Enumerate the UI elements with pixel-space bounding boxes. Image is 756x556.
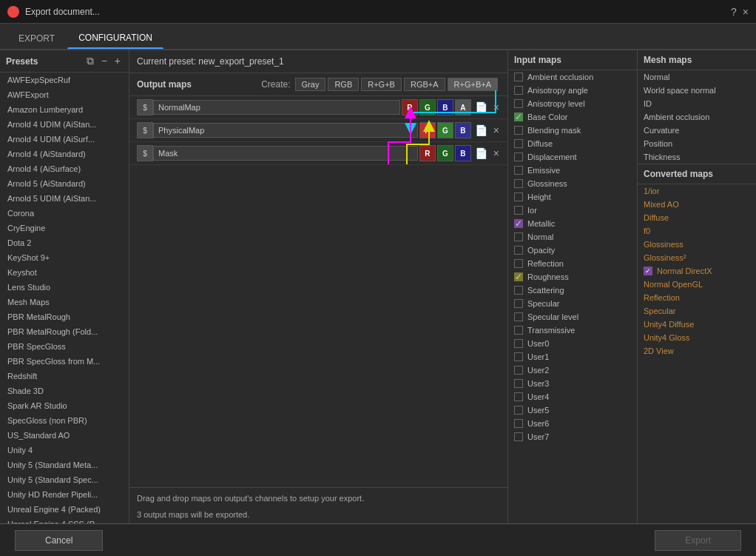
duplicate-preset-button[interactable]: ⧉: [84, 55, 96, 67]
add-preset-button[interactable]: +: [112, 55, 123, 67]
preset-item[interactable]: Amazon Lumberyard: [0, 102, 129, 117]
input-map-checkbox[interactable]: [514, 312, 523, 321]
create-rgb-button[interactable]: RGB: [328, 78, 359, 91]
preset-item[interactable]: PBR SpecGloss from M...: [0, 354, 129, 369]
preset-item[interactable]: Unity 5 (Standard Spec...: [0, 472, 129, 487]
mask-dollar-button[interactable]: $: [137, 145, 153, 161]
preset-item[interactable]: Unity HD Render Pipeli...: [0, 487, 129, 502]
mask-r-channel[interactable]: R: [419, 145, 436, 161]
input-map-checkbox[interactable]: [514, 379, 523, 388]
input-map-checkbox[interactable]: [514, 299, 523, 308]
converted-map-item[interactable]: Unity4 Diffuse: [638, 318, 756, 331]
create-gray-button[interactable]: Gray: [295, 78, 326, 91]
input-map-checkbox[interactable]: [514, 179, 523, 188]
input-map-item[interactable]: User2: [508, 364, 637, 377]
preset-item[interactable]: AWFExpSpecRuf: [0, 73, 129, 87]
input-map-checkbox[interactable]: [514, 366, 523, 375]
input-map-checkbox[interactable]: [514, 246, 523, 255]
input-map-item[interactable]: ✓Roughness: [508, 270, 637, 284]
mesh-map-item[interactable]: Ambient occlusion: [638, 110, 756, 124]
input-map-checkbox[interactable]: ✓: [514, 219, 523, 228]
mask-close-button[interactable]: ×: [491, 147, 502, 159]
preset-item[interactable]: Arnold 4 UDIM (AiSurf...: [0, 132, 129, 147]
normalmap-b-channel[interactable]: B: [437, 99, 453, 115]
input-map-item[interactable]: Ambient occlusion: [508, 70, 637, 84]
mesh-map-item[interactable]: World space normal: [638, 84, 756, 97]
input-map-checkbox[interactable]: [514, 392, 523, 401]
converted-map-item[interactable]: Specular: [638, 304, 756, 318]
input-map-checkbox[interactable]: [514, 206, 523, 215]
preset-item[interactable]: Lens Studio: [0, 280, 129, 295]
input-map-item[interactable]: Specular: [508, 297, 637, 310]
create-rgb-a-button[interactable]: RGB+A: [404, 78, 445, 91]
cancel-button[interactable]: Cancel: [15, 530, 103, 551]
mesh-map-item[interactable]: ID: [638, 97, 756, 110]
input-map-checkbox[interactable]: [514, 166, 523, 175]
input-map-checkbox[interactable]: [514, 153, 523, 161]
input-map-item[interactable]: Reflection: [508, 257, 637, 270]
input-map-item[interactable]: Emissive: [508, 164, 637, 177]
preset-item[interactable]: SpecGloss (non PBR): [0, 413, 129, 428]
input-map-item[interactable]: Transmissive: [508, 324, 637, 337]
physicalmap-g-channel[interactable]: G: [437, 122, 453, 138]
preset-item[interactable]: AWFExport: [0, 87, 129, 102]
preset-item[interactable]: Shade 3D: [0, 383, 129, 398]
input-map-checkbox[interactable]: [514, 352, 523, 361]
normalmap-a-channel[interactable]: A: [455, 99, 471, 115]
input-map-checkbox[interactable]: ✓: [514, 272, 523, 281]
input-map-checkbox[interactable]: [514, 259, 523, 268]
input-map-checkbox[interactable]: [514, 432, 523, 441]
input-map-item[interactable]: ✓Metallic: [508, 217, 637, 230]
input-map-checkbox[interactable]: [514, 73, 523, 81]
input-map-item[interactable]: Ior: [508, 204, 637, 217]
preset-item[interactable]: Keyshot: [0, 265, 129, 280]
physicalmap-name-input[interactable]: [153, 123, 418, 138]
converted-map-item[interactable]: Mixed AO: [638, 198, 756, 211]
physicalmap-b-channel[interactable]: B: [455, 122, 471, 138]
input-map-item[interactable]: User6: [508, 417, 637, 430]
converted-map-item[interactable]: Reflection: [638, 291, 756, 304]
create-r-g-b-a-button[interactable]: R+G+B+A: [448, 78, 498, 91]
input-map-item[interactable]: Displacement: [508, 150, 637, 164]
physicalmap-r-channel[interactable]: R: [419, 122, 436, 138]
converted-map-item[interactable]: ✓Normal DirectX: [638, 264, 756, 278]
input-map-checkbox[interactable]: [514, 419, 523, 428]
mask-g-channel[interactable]: G: [437, 145, 453, 161]
converted-map-item[interactable]: f0: [638, 224, 756, 238]
physicalmap-doc-button[interactable]: 📄: [473, 124, 490, 136]
converted-map-item[interactable]: Unity4 Gloss: [638, 331, 756, 344]
preset-item[interactable]: Redshift: [0, 369, 129, 383]
tab-export[interactable]: EXPORT: [7, 28, 66, 49]
input-map-item[interactable]: Scattering: [508, 284, 637, 297]
mesh-map-item[interactable]: Normal: [638, 70, 756, 84]
converted-map-item[interactable]: Normal OpenGL: [638, 278, 756, 291]
converted-map-item[interactable]: Diffuse: [638, 211, 756, 224]
close-button[interactable]: ×: [743, 6, 749, 18]
normalmap-close-button[interactable]: ×: [491, 101, 502, 113]
mask-doc-button[interactable]: 📄: [473, 147, 490, 159]
input-map-item[interactable]: User1: [508, 350, 637, 364]
remove-preset-button[interactable]: −: [99, 55, 109, 67]
preset-item[interactable]: KeyShot 9+: [0, 250, 129, 265]
normalmap-doc-button[interactable]: 📄: [473, 101, 490, 113]
input-map-checkbox[interactable]: [514, 326, 523, 335]
input-map-item[interactable]: Glossiness: [508, 177, 637, 190]
preset-item[interactable]: Spark AR Studio: [0, 398, 129, 413]
preset-item[interactable]: Dota 2: [0, 235, 129, 250]
mesh-map-item[interactable]: Thickness: [638, 150, 756, 164]
input-map-item[interactable]: User5: [508, 403, 637, 417]
normalmap-r-channel[interactable]: R: [402, 99, 418, 115]
tab-configuration[interactable]: CONFIGURATION: [67, 27, 163, 49]
mesh-map-item[interactable]: Position: [638, 137, 756, 150]
physicalmap-close-button[interactable]: ×: [491, 124, 502, 136]
preset-item[interactable]: Unreal Engine 4 (Packed): [0, 502, 129, 517]
input-map-checkbox[interactable]: [514, 86, 523, 95]
input-map-checkbox[interactable]: ✓: [514, 113, 523, 121]
input-map-checkbox[interactable]: [514, 126, 523, 135]
input-map-item[interactable]: User7: [508, 430, 637, 443]
physicalmap-dollar-button[interactable]: $: [137, 122, 153, 138]
preset-item[interactable]: Arnold 5 UDIM (AiStan...: [0, 191, 129, 206]
input-map-checkbox[interactable]: [514, 139, 523, 148]
input-map-item[interactable]: Anisotropy angle: [508, 84, 637, 97]
mask-name-input[interactable]: [153, 146, 418, 161]
